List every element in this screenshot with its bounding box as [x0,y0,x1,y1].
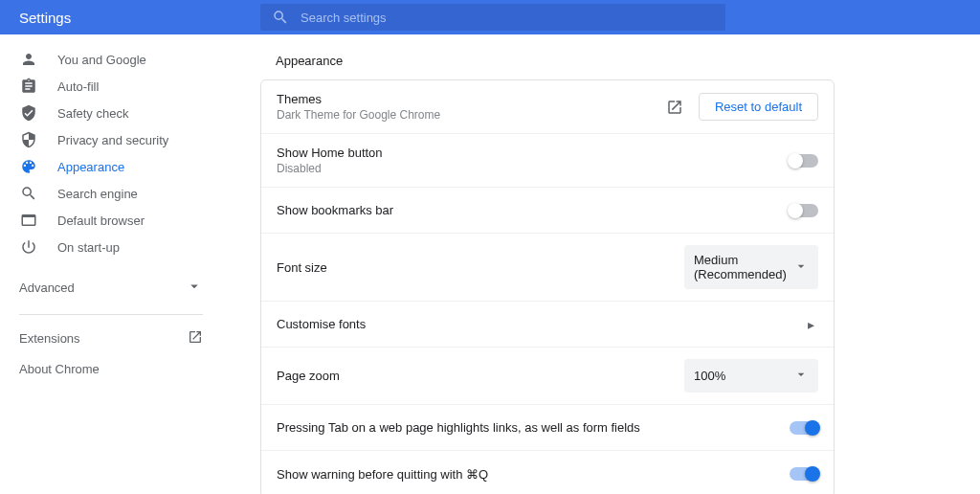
sidebar-about[interactable]: About Chrome [0,353,222,384]
power-icon [19,237,38,257]
header: Settings [0,0,980,34]
header-title: Settings [19,10,260,26]
font-size-select[interactable]: Medium (Recommended) [684,245,818,289]
sidebar-item-privacy[interactable]: Privacy and security [0,126,222,153]
home-button-sublabel: Disabled [277,162,790,175]
sidebar-item-label: On start-up [57,240,120,255]
sidebar-item-label: Search engine [57,187,138,201]
bookmarks-bar-toggle[interactable] [790,204,818,217]
chevron-down-icon [186,278,203,298]
sidebar-advanced-label: Advanced [19,281,75,295]
sidebar-item-startup[interactable]: On start-up [0,234,222,260]
assignment-icon [19,77,38,96]
sidebar-item-label: Safety check [57,106,128,121]
themes-row: Themes Dark Theme for Google Chrome Rese… [261,80,834,134]
sidebar-about-label: About Chrome [19,362,100,376]
sidebar-advanced[interactable]: Advanced [0,268,222,306]
home-button-label: Show Home button [277,146,790,160]
sidebar-item-autofill[interactable]: Auto-fill [0,73,222,100]
search-icon [19,184,38,203]
verified-icon [19,103,38,123]
person-icon [19,50,38,69]
tab-highlight-toggle[interactable] [790,421,818,435]
home-button-toggle[interactable] [790,154,818,168]
sidebar-extensions-label: Extensions [19,331,80,346]
sidebar-item-you-and-google[interactable]: You and Google [0,46,222,73]
quit-warning-label: Show warning before quitting with ⌘Q [277,467,488,482]
font-size-value: Medium (Recommended) [694,253,793,281]
font-size-label: Font size [277,260,327,275]
sidebar-item-default-browser[interactable]: Default browser [0,207,222,234]
security-icon [19,130,38,149]
sidebar-divider [19,314,203,315]
sidebar-item-search-engine[interactable]: Search engine [0,180,222,207]
external-link-icon [188,329,203,348]
appearance-title: Appearance [260,54,835,68]
page-zoom-row: Page zoom 100% [261,348,834,405]
page-zoom-select[interactable]: 100% [684,359,818,393]
sidebar-item-safety-check[interactable]: Safety check [0,100,222,126]
quit-warning-row: Show warning before quitting with ⌘Q [261,451,834,494]
main: Appearance Themes Dark Theme for Google … [222,34,873,494]
chevron-down-icon [793,367,809,385]
quit-warning-toggle[interactable] [790,467,818,481]
bookmarks-bar-label: Show bookmarks bar [277,203,393,217]
chevron-right-icon: ▸ [804,317,818,332]
palette-icon [19,157,38,176]
search-box[interactable] [260,4,725,31]
sidebar-item-label: Default browser [57,213,145,228]
search-icon [272,9,289,26]
customise-fonts-row[interactable]: Customise fonts ▸ [261,302,834,348]
search-input[interactable] [301,11,714,25]
reset-theme-button[interactable]: Reset to default [699,93,818,121]
sidebar-item-appearance[interactable]: Appearance [0,153,222,180]
sidebar-extensions[interactable]: Extensions [0,323,222,353]
sidebar-item-label: Privacy and security [57,133,168,147]
sidebar-item-label: You and Google [57,53,146,67]
browser-icon [19,211,38,230]
themes-label: Themes [277,92,666,106]
page-zoom-label: Page zoom [277,369,340,383]
tab-highlight-label: Pressing Tab on a web page highlights li… [277,420,640,435]
home-button-row: Show Home button Disabled [261,134,834,188]
sidebar-item-label: Appearance [57,160,124,174]
chevron-down-icon [793,258,809,277]
sidebar-item-label: Auto-fill [57,79,99,94]
sidebar: You and Google Auto-fill Safety check Pr… [0,34,222,494]
themes-sublabel: Dark Theme for Google Chrome [277,108,666,122]
appearance-card: Themes Dark Theme for Google Chrome Rese… [260,79,835,494]
page-zoom-value: 100% [694,369,725,383]
external-link-icon[interactable] [666,99,683,116]
customise-fonts-label: Customise fonts [277,317,366,331]
font-size-row: Font size Medium (Recommended) [261,234,834,302]
bookmarks-bar-row: Show bookmarks bar [261,188,834,234]
tab-highlight-row: Pressing Tab on a web page highlights li… [261,405,834,451]
